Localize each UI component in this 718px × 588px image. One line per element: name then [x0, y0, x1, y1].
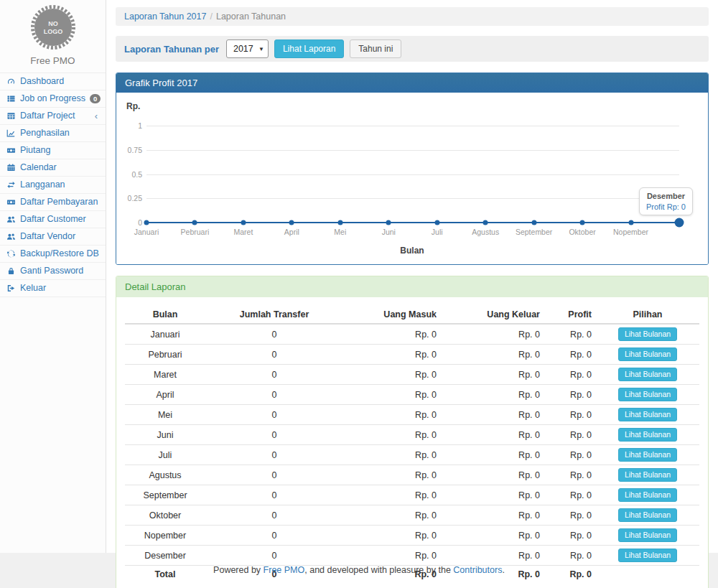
- action-cell: Lihat Bulanan: [596, 425, 699, 445]
- chart-point-januari[interactable]: [144, 220, 149, 225]
- chart-xtick-label: Nopember: [613, 228, 648, 236]
- table-row: Oktober0Rp. 0Rp. 0Rp. 0Lihat Bulanan: [125, 505, 699, 526]
- tooltip-value: Profit Rp: 0: [646, 202, 686, 211]
- lihat-bulanan-button[interactable]: Lihat Bulanan: [618, 327, 677, 341]
- chart-ytick-label: 0: [122, 218, 142, 227]
- table-cell: April: [125, 385, 205, 405]
- calendar-icon: [6, 163, 16, 172]
- lihat-bulanan-button[interactable]: Lihat Bulanan: [618, 508, 677, 522]
- sidebar-item-langganan[interactable]: Langganan: [0, 177, 106, 194]
- table-cell: Rp. 0: [544, 526, 596, 546]
- sidebar-item-label: Calendar: [20, 162, 57, 173]
- chart-point-maret[interactable]: [241, 220, 246, 225]
- sidebar-item-keluar[interactable]: Keluar: [0, 280, 106, 297]
- table-cell: September: [125, 485, 205, 505]
- lihat-bulanan-button[interactable]: Lihat Bulanan: [618, 368, 677, 381]
- users-icon: [6, 215, 16, 224]
- sidebar-item-ganti-password[interactable]: Ganti Password: [0, 263, 106, 280]
- chart-point-juni[interactable]: [386, 220, 391, 225]
- table-cell: Januari: [125, 324, 205, 345]
- sidebar-item-label: Daftar Vendor: [20, 231, 75, 242]
- table-cell: Rp. 0: [343, 345, 441, 365]
- lihat-bulanan-button[interactable]: Lihat Bulanan: [618, 347, 677, 361]
- tahun-ini-button[interactable]: Tahun ini: [350, 39, 401, 58]
- sign-out-icon: [6, 284, 16, 293]
- sidebar-item-label: Piutang: [20, 145, 50, 156]
- lihat-bulanan-button[interactable]: Lihat Bulanan: [618, 488, 677, 502]
- sidebar-item-job-on-progress[interactable]: Job on Progress0: [0, 90, 106, 108]
- sidebar-item-dashboard[interactable]: Dashboard: [0, 73, 106, 90]
- table-cell: Rp. 0: [441, 324, 544, 345]
- sidebar-item-calendar[interactable]: Calendar: [0, 159, 106, 177]
- sidebar-item-daftar-vendor[interactable]: Daftar Vendor: [0, 228, 106, 246]
- lihat-bulanan-button[interactable]: Lihat Bulanan: [618, 448, 677, 462]
- table-row: Juli0Rp. 0Rp. 0Rp. 0Lihat Bulanan: [125, 445, 699, 465]
- chart-point-oktober[interactable]: [580, 220, 585, 225]
- table-cell: Rp. 0: [544, 445, 596, 465]
- breadcrumb: Laporan Tahun 2017/Laporan Tahunan: [116, 7, 709, 26]
- logo-text-line2: LOGO: [43, 28, 62, 35]
- table-cell: Rp. 0: [343, 505, 441, 526]
- chart-point-april[interactable]: [289, 220, 294, 225]
- footer-link-free-pmo[interactable]: Free PMO: [264, 565, 305, 575]
- sidebar-item-piutang[interactable]: Piutang: [0, 142, 106, 159]
- chart-point-nopember[interactable]: [628, 220, 633, 225]
- sidebar-item-label: Daftar Pembayaran: [20, 197, 98, 207]
- sidebar-item-daftar-customer[interactable]: Daftar Customer: [0, 211, 106, 228]
- column-header: Pilihan: [596, 306, 699, 324]
- column-header: Bulan: [125, 306, 205, 324]
- chart-ytick-label: 0.5: [122, 170, 142, 179]
- chart-point-mei[interactable]: [337, 220, 342, 225]
- app-window: NO LOGO Free PMO DashboardJob on Progres…: [0, 0, 718, 553]
- table-cell: Nopember: [125, 526, 205, 546]
- refresh-icon: [6, 249, 16, 258]
- table-cell: Rp. 0: [343, 425, 441, 445]
- action-cell: Lihat Bulanan: [596, 385, 699, 405]
- chart-ytick-label: 1: [122, 121, 142, 130]
- chart-panel-title: Grafik Profit 2017: [116, 73, 708, 93]
- chart-point-desember[interactable]: [675, 218, 684, 228]
- table-row: Maret0Rp. 0Rp. 0Rp. 0Lihat Bulanan: [125, 365, 699, 385]
- table-cell: 0: [205, 385, 343, 405]
- lihat-bulanan-button[interactable]: Lihat Bulanan: [618, 549, 677, 562]
- detail-panel-title: Detail Laporan: [116, 276, 708, 297]
- table-cell: 0: [205, 546, 343, 566]
- chart-point-juli[interactable]: [434, 220, 439, 225]
- money-icon: [6, 197, 16, 207]
- chart-point-agustus[interactable]: [483, 220, 488, 225]
- chart-ytick-label: 0.75: [122, 146, 142, 154]
- lihat-bulanan-button[interactable]: Lihat Bulanan: [618, 388, 677, 401]
- table-row: Pebruari0Rp. 0Rp. 0Rp. 0Lihat Bulanan: [125, 345, 699, 365]
- breadcrumb-link[interactable]: Laporan Tahun 2017: [124, 11, 206, 22]
- lihat-bulanan-button[interactable]: Lihat Bulanan: [618, 408, 677, 421]
- sidebar-item-penghasilan[interactable]: Penghasilan: [0, 125, 106, 142]
- footer-link-contributors[interactable]: Contributors: [453, 565, 502, 575]
- chart-ytick-label: 0.25: [122, 194, 142, 202]
- chart-point-september[interactable]: [531, 220, 536, 225]
- total-cell: Total: [125, 566, 205, 583]
- lihat-bulanan-button[interactable]: Lihat Bulanan: [618, 528, 677, 542]
- column-header: Profit: [544, 306, 596, 324]
- table-cell: Rp. 0: [343, 485, 441, 505]
- lihat-bulanan-button[interactable]: Lihat Bulanan: [618, 428, 677, 442]
- detail-panel-body: BulanJumlah TransferUang MasukUang Kelua…: [116, 297, 708, 588]
- chart-xtick-label: Mei: [334, 228, 346, 236]
- lihat-bulanan-button[interactable]: Lihat Bulanan: [618, 468, 677, 482]
- sidebar-item-label: Keluar: [20, 283, 46, 294]
- chart-point-pebruari[interactable]: [192, 220, 197, 225]
- sidebar-item-backup-restore-db[interactable]: Backup/Restore DB: [0, 246, 106, 263]
- year-select-wrap: 2017 ▼: [226, 39, 269, 58]
- profit-chart-plot: Desember Profit Rp: 0 10.750.50.250Janua…: [146, 126, 679, 223]
- footer-text-suffix: .: [502, 565, 504, 575]
- sidebar-item-daftar-project[interactable]: Daftar Project‹: [0, 108, 106, 125]
- table-cell: 0: [205, 526, 343, 546]
- tasks-icon: [6, 94, 16, 103]
- sidebar-item-daftar-pembayaran[interactable]: Daftar Pembayaran: [0, 194, 106, 211]
- table-cell: 0: [205, 324, 343, 345]
- year-select[interactable]: 2017: [226, 39, 269, 58]
- table-cell: Rp. 0: [544, 385, 596, 405]
- table-header-row: BulanJumlah TransferUang MasukUang Kelua…: [125, 306, 699, 324]
- filter-label: Laporan Tahunan per: [124, 44, 219, 55]
- breadcrumb-current: Laporan Tahunan: [216, 11, 286, 22]
- lihat-laporan-button[interactable]: Lihat Laporan: [274, 39, 344, 58]
